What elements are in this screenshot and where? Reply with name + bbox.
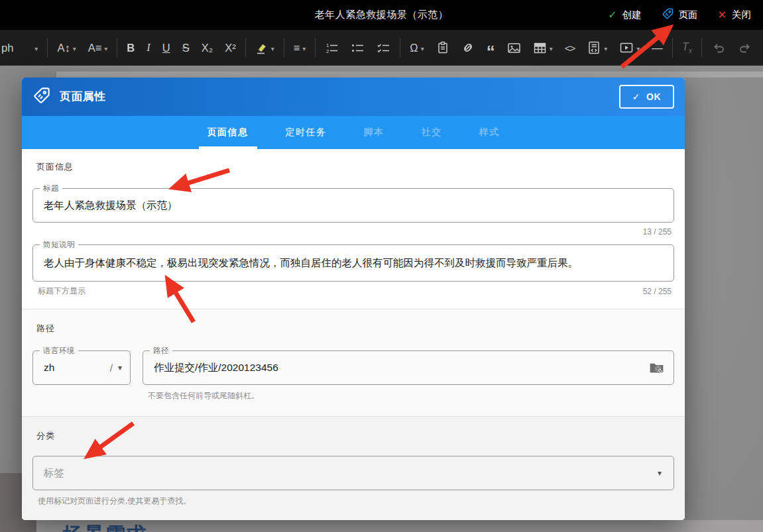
close-icon: ✕ <box>718 10 727 21</box>
link-button[interactable] <box>455 30 481 66</box>
path-input[interactable] <box>143 351 649 384</box>
bold-button[interactable]: B <box>121 30 141 66</box>
code-block-icon <box>587 40 601 55</box>
description-field[interactable]: 简短说明 <box>32 244 674 282</box>
locale-field-label: 语言环境 <box>40 346 78 356</box>
subscript-button[interactable]: X₂ <box>196 30 219 66</box>
chevron-down-icon: ▾ <box>550 45 553 52</box>
title-field[interactable]: 标题 <box>32 188 674 223</box>
italic-button[interactable]: I <box>141 30 156 66</box>
path-row: 语言环境 zh / ▾ 路径 <box>32 350 674 385</box>
browse-folder-button[interactable] <box>649 360 664 376</box>
top-app-bar: 老年人紧急救援场景（示范） ✓ 创建 页面 ✕ 关闭 <box>0 0 763 30</box>
bullet-list-icon <box>351 41 365 55</box>
title-input[interactable] <box>33 189 674 222</box>
chevron-down-icon: ▾ <box>271 45 274 52</box>
code-block-button[interactable]: ▾ <box>581 30 613 66</box>
table-icon <box>533 41 547 55</box>
tags-input[interactable] <box>33 456 658 490</box>
clear-formatting-icon: Tx <box>682 40 692 54</box>
special-characters-button[interactable]: Ω ▾ <box>404 30 430 66</box>
create-label: 创建 <box>622 9 642 21</box>
title-char-counter: 13 / 255 <box>643 227 672 237</box>
ok-label: OK <box>646 91 661 102</box>
numbered-list-button[interactable]: 1 2 <box>319 30 345 66</box>
numbered-list-icon: 1 2 <box>325 41 339 55</box>
horizontal-rule-button[interactable]: — <box>646 30 669 66</box>
insert-image-button[interactable] <box>501 30 527 66</box>
page-properties-dialog: 页面属性 ✓ OK 页面信息 定时任务 脚本 社交 样式 页面信息 标题 13 … <box>22 78 685 520</box>
bullet-list-button[interactable] <box>345 30 371 66</box>
section-heading: 页面信息 <box>36 161 674 173</box>
underline-button[interactable]: U <box>156 30 176 66</box>
description-char-counter: 52 / 255 <box>643 287 672 296</box>
svg-text:1: 1 <box>326 42 329 48</box>
clear-formatting-button[interactable]: Tx <box>676 30 698 66</box>
chevron-down-icon: ▾ <box>421 45 424 52</box>
top-actions: ✓ 创建 页面 ✕ 关闭 <box>608 8 763 22</box>
font-style-icon: A≡ <box>88 42 102 54</box>
strikethrough-button[interactable]: S <box>176 30 196 66</box>
align-button[interactable]: ≡ ▾ <box>288 30 312 66</box>
page-title: 老年人紧急救援场景（示范） <box>315 9 449 21</box>
tags-select[interactable]: ▾ <box>32 456 674 490</box>
close-button[interactable]: ✕ 关闭 <box>718 9 751 21</box>
image-icon <box>507 41 521 55</box>
font-style-button[interactable]: A≡ ▾ <box>82 30 114 66</box>
chevron-down-icon: ▾ <box>302 45 306 52</box>
toolbar-divider <box>117 38 117 58</box>
font-size-button[interactable]: A↕ ▾ <box>51 30 82 66</box>
dialog-tabbar: 页面信息 定时任务 脚本 社交 样式 <box>22 116 685 149</box>
partial-heading: 场景需求 <box>63 521 148 532</box>
toolbar-divider <box>245 38 246 58</box>
locale-select[interactable]: 语言环境 zh / ▾ <box>32 350 131 385</box>
superscript-button[interactable]: X² <box>219 30 242 66</box>
paste-button[interactable] <box>430 30 455 66</box>
description-meta-row: 标题下方显示 52 / 255 <box>32 286 674 297</box>
locale-value: zh <box>33 362 54 374</box>
todo-list-button[interactable] <box>371 30 396 66</box>
tab-scheduling[interactable]: 定时任务 <box>277 116 335 149</box>
chevron-down-icon: ▾ <box>658 468 662 478</box>
page-label: 页面 <box>679 9 698 21</box>
ok-button[interactable]: ✓ OK <box>619 85 674 109</box>
dialog-title: 页面属性 <box>60 89 106 104</box>
tab-page-info[interactable]: 页面信息 <box>199 116 257 149</box>
page-properties-button[interactable]: 页面 <box>662 8 698 22</box>
description-field-label: 简短说明 <box>40 240 78 250</box>
chevron-down-icon: ▾ <box>636 45 640 52</box>
chevron-down-icon: ▾ <box>104 45 107 52</box>
tags-hint: 使用标记对页面进行分类,使其更易于查找。 <box>38 496 674 507</box>
inline-code-button[interactable]: <> <box>559 30 581 66</box>
paragraph-style-value: ph <box>1 42 13 54</box>
folder-search-icon <box>649 360 664 376</box>
create-button[interactable]: ✓ 创建 <box>608 9 641 21</box>
insert-video-button[interactable]: ▾ <box>613 30 646 66</box>
blockquote-button[interactable]: “ <box>481 34 501 66</box>
toolbar-divider <box>284 38 284 58</box>
toolbar-divider <box>672 38 673 58</box>
toolbar-divider <box>47 38 48 58</box>
title-field-label: 标题 <box>40 184 62 193</box>
redo-button[interactable] <box>732 30 758 66</box>
paragraph-style-select[interactable]: ph ▾ <box>0 30 44 66</box>
tab-scripts: 脚本 <box>355 116 393 149</box>
chevron-down-icon: ▾ <box>118 363 122 372</box>
path-field[interactable]: 路径 <box>143 350 674 385</box>
title-meta-row: 13 / 255 <box>32 227 674 237</box>
dimmed-editor-strip <box>56 72 763 78</box>
close-label: 关闭 <box>732 9 751 21</box>
description-input[interactable] <box>33 245 674 281</box>
section-heading: 路径 <box>36 323 674 335</box>
undo-button[interactable] <box>705 30 732 66</box>
chevron-down-icon: ▾ <box>73 45 76 52</box>
video-icon <box>619 40 634 55</box>
path-field-label: 路径 <box>150 346 172 356</box>
omega-icon: Ω <box>410 42 418 54</box>
path-hint: 不要包含任何前导或尾随斜杠。 <box>148 390 674 401</box>
editor-toolbar: ph ▾ A↕ ▾ A≡ ▾ B I U S X₂ X² ▾ ≡ ▾ <box>0 30 763 66</box>
section-category: 分类 ▾ 使用标记对页面进行分类,使其更易于查找。 <box>22 416 685 520</box>
highlight-button[interactable]: ▾ <box>249 30 280 66</box>
locale-suffix: / <box>110 362 113 374</box>
insert-table-button[interactable]: ▾ <box>527 30 559 66</box>
